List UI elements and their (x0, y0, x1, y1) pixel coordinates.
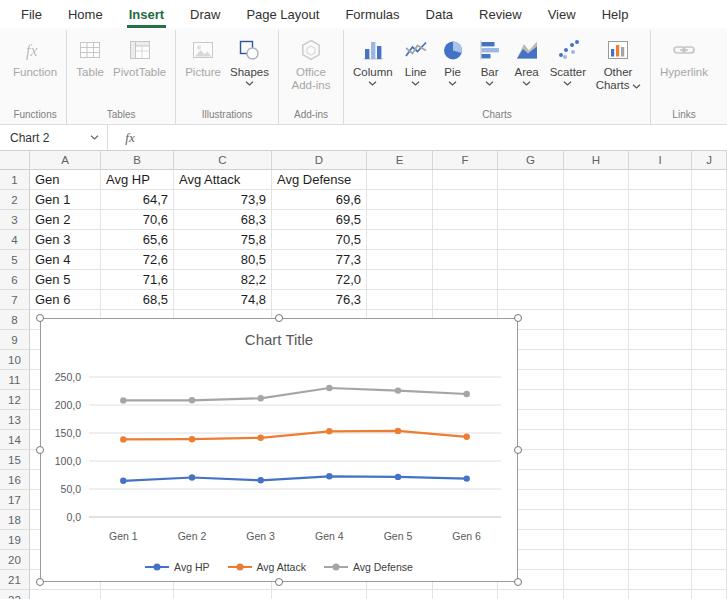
cell-A2[interactable]: Gen 1 (30, 190, 101, 210)
cell-I12[interactable] (629, 390, 692, 410)
row-header-10[interactable]: 10 (0, 350, 30, 370)
ribbon-button-pivottable[interactable]: PivotTable (109, 30, 170, 79)
cell-D3[interactable]: 69,5 (272, 210, 367, 230)
ribbon-button-office-add-ins[interactable]: Office Add-ins (284, 30, 338, 92)
cell-B6[interactable]: 71,6 (101, 270, 174, 290)
col-header-I[interactable]: I (629, 151, 692, 170)
cell-F6[interactable] (433, 270, 498, 290)
chart-resize-handle-nw[interactable] (36, 314, 44, 322)
cell-A1[interactable]: Gen (30, 170, 101, 190)
cell-H2[interactable] (564, 190, 629, 210)
cell-B3[interactable]: 70,6 (101, 210, 174, 230)
cell-B5[interactable]: 72,6 (101, 250, 174, 270)
cell-G3[interactable] (498, 210, 564, 230)
select-all-corner[interactable] (0, 151, 30, 170)
cell-J19[interactable] (692, 530, 727, 550)
cell-G2[interactable] (498, 190, 564, 210)
ribbon-button-area[interactable]: Area (509, 30, 545, 86)
cell-D2[interactable]: 69,6 (272, 190, 367, 210)
cell-J22[interactable] (692, 590, 727, 599)
cell-H12[interactable] (564, 390, 629, 410)
chart-resize-handle-s[interactable] (275, 578, 283, 586)
cell-E22[interactable] (367, 590, 433, 599)
cell-I3[interactable] (629, 210, 692, 230)
row-header-2[interactable]: 2 (0, 190, 30, 210)
chart-resize-handle-se[interactable] (514, 578, 522, 586)
cell-C22[interactable] (174, 590, 272, 599)
cell-H10[interactable] (564, 350, 629, 370)
ribbon-button-scatter[interactable]: Scatter (546, 30, 590, 86)
row-header-3[interactable]: 3 (0, 210, 30, 230)
ribbon-button-function[interactable]: fxFunction (9, 30, 61, 79)
cell-A5[interactable]: Gen 4 (30, 250, 101, 270)
col-header-J[interactable]: J (692, 151, 727, 170)
ribbon-button-hyperlink[interactable]: Hyperlink (656, 30, 712, 79)
cell-H11[interactable] (564, 370, 629, 390)
tab-review[interactable]: Review (466, 0, 535, 28)
row-header-12[interactable]: 12 (0, 390, 30, 410)
cell-A7[interactable]: Gen 6 (30, 290, 101, 310)
row-header-22[interactable]: 22 (0, 590, 30, 599)
ribbon-button-shapes[interactable]: Shapes (226, 30, 273, 86)
cell-I13[interactable] (629, 410, 692, 430)
cell-J9[interactable] (692, 330, 727, 350)
cell-H21[interactable] (564, 570, 629, 590)
cell-I19[interactable] (629, 530, 692, 550)
tab-data[interactable]: Data (413, 0, 466, 28)
row-header-8[interactable]: 8 (0, 310, 30, 330)
row-header-4[interactable]: 4 (0, 230, 30, 250)
chart-resize-handle-e[interactable] (514, 446, 522, 454)
cell-D1[interactable]: Avg Defense (272, 170, 367, 190)
cell-B7[interactable]: 68,5 (101, 290, 174, 310)
tab-home[interactable]: Home (55, 0, 116, 28)
cell-J1[interactable] (692, 170, 727, 190)
cell-J18[interactable] (692, 510, 727, 530)
cell-G1[interactable] (498, 170, 564, 190)
cell-C7[interactable]: 74,8 (174, 290, 272, 310)
fx-icon[interactable]: fx (108, 125, 152, 150)
col-header-G[interactable]: G (498, 151, 564, 170)
cell-J11[interactable] (692, 370, 727, 390)
cell-D6[interactable]: 72,0 (272, 270, 367, 290)
cell-E4[interactable] (367, 230, 433, 250)
cell-E2[interactable] (367, 190, 433, 210)
name-box[interactable]: Chart 2 (0, 125, 108, 150)
cell-I5[interactable] (629, 250, 692, 270)
cell-A3[interactable]: Gen 2 (30, 210, 101, 230)
cell-H9[interactable] (564, 330, 629, 350)
cell-B1[interactable]: Avg HP (101, 170, 174, 190)
cell-H17[interactable] (564, 490, 629, 510)
row-header-18[interactable]: 18 (0, 510, 30, 530)
row-header-11[interactable]: 11 (0, 370, 30, 390)
row-header-15[interactable]: 15 (0, 450, 30, 470)
col-header-D[interactable]: D (272, 151, 367, 170)
cell-G22[interactable] (498, 590, 564, 599)
cell-I22[interactable] (629, 590, 692, 599)
cell-H19[interactable] (564, 530, 629, 550)
cell-D4[interactable]: 70,5 (272, 230, 367, 250)
cell-H1[interactable] (564, 170, 629, 190)
row-header-17[interactable]: 17 (0, 490, 30, 510)
col-header-H[interactable]: H (564, 151, 629, 170)
cell-I21[interactable] (629, 570, 692, 590)
cell-F2[interactable] (433, 190, 498, 210)
cell-C2[interactable]: 73,9 (174, 190, 272, 210)
cell-J14[interactable] (692, 430, 727, 450)
cell-J10[interactable] (692, 350, 727, 370)
cell-J21[interactable] (692, 570, 727, 590)
cell-H14[interactable] (564, 430, 629, 450)
cell-I8[interactable] (629, 310, 692, 330)
cell-I16[interactable] (629, 470, 692, 490)
cell-H4[interactable] (564, 230, 629, 250)
embedded-chart[interactable]: 0,050,0100,0150,0200,0250,0Gen 1Gen 2Gen… (40, 318, 518, 582)
cell-F22[interactable] (433, 590, 498, 599)
cell-E7[interactable] (367, 290, 433, 310)
cell-H13[interactable] (564, 410, 629, 430)
cell-J8[interactable] (692, 310, 727, 330)
cell-H8[interactable] (564, 310, 629, 330)
ribbon-button-column[interactable]: Column (349, 30, 397, 86)
cell-G4[interactable] (498, 230, 564, 250)
cell-H6[interactable] (564, 270, 629, 290)
cell-J20[interactable] (692, 550, 727, 570)
ribbon-button-pie[interactable]: Pie (435, 30, 471, 86)
